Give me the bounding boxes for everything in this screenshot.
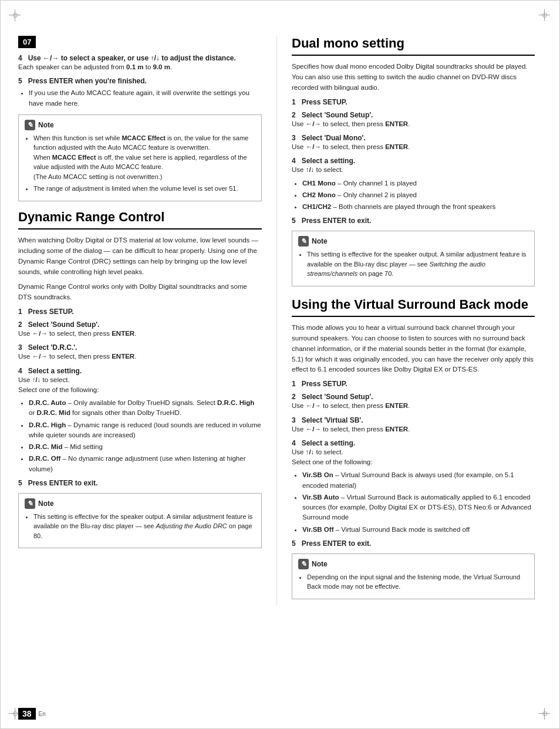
page: 07 4 Use ←/→ to select a speaker, or use… xyxy=(0,0,560,729)
drc-note-title: ✎ Note xyxy=(25,498,255,509)
dm-step-5: 5 Press ENTER to exit. xyxy=(292,217,535,225)
dm-step-2-body: Use ←/→ to select, then press ENTER. xyxy=(292,119,535,129)
drc-setting-off: D.R.C. Off – No dynamic range adjustment… xyxy=(29,454,262,474)
step-5-label: 5 Press ENTER when you're finished. xyxy=(18,77,262,85)
note-item-1-1: When this function is set while MCACC Ef… xyxy=(33,133,255,182)
drc-setting-mid: D.R.C. Mid – Mid setting xyxy=(29,442,262,452)
drc-intro: When watching Dolby Digital or DTS mater… xyxy=(18,235,262,277)
vsb-intro: This mode allows you to hear a virtual s… xyxy=(292,323,535,375)
note-title-1: ✎ Note xyxy=(25,120,255,130)
vsb-note-list: Depending on the input signal and the li… xyxy=(298,572,528,592)
vsb-step-5-label: 5 Press ENTER to exit. xyxy=(292,539,535,548)
dm-step-1-label: 1 Press SETUP. xyxy=(292,98,535,106)
drc-step-2-label: 2 Select 'Sound Setup'. xyxy=(18,320,262,329)
drc-step-2: 2 Select 'Sound Setup'. Use ←/→ to selec… xyxy=(18,320,262,339)
crosshair-tr xyxy=(536,6,554,24)
note-item-1-2: The range of adjustment is limited when … xyxy=(33,184,255,194)
vsb-note-label: Note xyxy=(312,559,328,569)
drc-intro2: Dynamic Range Control works only with Do… xyxy=(18,282,262,303)
dual-mono-heading: Dual mono setting xyxy=(292,36,535,56)
dm-step-4: 4 Select a setting. Use ↑/↓ to select. C… xyxy=(292,157,535,212)
dm-note-item-1: This setting is effective for the speake… xyxy=(307,249,528,279)
step-5-body: If you use the Auto MCACC feature again,… xyxy=(18,88,262,109)
dm-step-4-label: 4 Select a setting. xyxy=(292,157,535,165)
dm-setting-ch1ch2: CH1/CH2 – Both channels are played throu… xyxy=(302,202,535,212)
drc-step-3: 3 Select 'D.R.C.'. Use ←/→ to select, th… xyxy=(18,343,262,362)
page-number: 38 xyxy=(18,708,36,720)
step-4-label: 4 Use ←/→ to select a speaker, or use ↑/… xyxy=(18,54,262,62)
dm-note-icon: ✎ xyxy=(298,236,309,247)
drc-note-box: ✎ Note This setting is effective for the… xyxy=(18,493,262,549)
dm-step-3: 3 Select 'Dual Mono'. Use ←/→ to select,… xyxy=(292,134,535,152)
drc-heading: Dynamic Range Control xyxy=(18,210,262,230)
vsb-step-1: 1 Press SETUP. xyxy=(292,380,535,388)
note-label-1: Note xyxy=(38,120,54,130)
crosshair-br xyxy=(536,705,554,723)
vsb-setting-auto: Vir.SB Auto – Virtual Surround Back is a… xyxy=(302,492,535,523)
vsb-note-box: ✎ Note Depending on the input signal and… xyxy=(292,554,535,599)
drc-step-3-label: 3 Select 'D.R.C.'. xyxy=(18,343,262,352)
drc-step-2-body: Use ←/→ to select, then press ENTER. xyxy=(18,329,262,339)
left-column: 07 4 Use ←/→ to select a speaker, or use… xyxy=(18,36,276,605)
vsb-step-4-extra: Select one of the following: xyxy=(292,457,535,467)
drc-step-5-label: 5 Press ENTER to exit. xyxy=(18,479,262,487)
note-list-1: When this function is set while MCACC Ef… xyxy=(25,133,255,194)
drc-note-label: Note xyxy=(38,498,54,509)
drc-step-5: 5 Press ENTER to exit. xyxy=(18,479,262,487)
dm-settings-list: CH1 Mono – Only channel 1 is played CH2 … xyxy=(292,178,535,212)
dm-step-2-label: 2 Select 'Sound Setup'. xyxy=(292,111,535,119)
dm-note-list: This setting is effective for the speake… xyxy=(298,249,528,279)
dm-step-5-label: 5 Press ENTER to exit. xyxy=(292,217,535,225)
drc-step-4-body: Use ↑/↓ to select. xyxy=(18,375,262,385)
vsb-heading: Using the Virtual Surround Back mode xyxy=(292,297,535,317)
dm-note-label: Note xyxy=(312,236,328,247)
vsb-step-2: 2 Select 'Sound Setup'. Use ←/→ to selec… xyxy=(292,393,535,411)
vsb-step-3-label: 3 Select 'Virtual SB'. xyxy=(292,416,535,424)
drc-settings-list: D.R.C. Auto – Only available for Dolby T… xyxy=(18,398,262,474)
page-lang: En xyxy=(39,711,46,717)
drc-step-1: 1 Press SETUP. xyxy=(18,308,262,316)
step-5: 5 Press ENTER when you're finished. If y… xyxy=(18,77,262,109)
dm-step-2: 2 Select 'Sound Setup'. Use ←/→ to selec… xyxy=(292,111,535,129)
note-box-1: ✎ Note When this function is set while M… xyxy=(18,114,262,201)
drc-note-icon: ✎ xyxy=(25,498,35,509)
vsb-step-1-label: 1 Press SETUP. xyxy=(292,380,535,388)
vsb-step-3: 3 Select 'Virtual SB'. Use ←/→ to select… xyxy=(292,416,535,434)
drc-setting-high: D.R.C. High – Dynamic range is reduced (… xyxy=(29,420,262,441)
vsb-note-item-1: Depending on the input signal and the li… xyxy=(307,572,528,592)
chapter-marker: 07 xyxy=(18,36,36,48)
crosshair-tl xyxy=(6,6,24,24)
vsb-step-2-body: Use ←/→ to select, then press ENTER. xyxy=(292,401,535,411)
dm-setting-ch2: CH2 Mono – Only channel 2 is played xyxy=(302,190,535,200)
step-4: 4 Use ←/→ to select a speaker, or use ↑/… xyxy=(18,54,262,72)
vsb-note-title: ✎ Note xyxy=(298,559,528,569)
dm-step-3-label: 3 Select 'Dual Mono'. xyxy=(292,134,535,142)
drc-step-3-body: Use ←/→ to select, then press ENTER. xyxy=(18,352,262,362)
drc-step-1-label: 1 Press SETUP. xyxy=(18,308,262,316)
vsb-settings-list: Vir.SB On – Virtual Surround Back is alw… xyxy=(292,470,535,535)
drc-note-list: This setting is effective for the speake… xyxy=(25,512,255,541)
right-column: Dual mono setting Specifies how dual mon… xyxy=(276,36,535,605)
vsb-step-3-body: Use ←/→ to select, then press ENTER. xyxy=(292,424,535,434)
drc-step-4-label: 4 Select a setting. xyxy=(18,367,262,375)
dm-note-title: ✎ Note xyxy=(298,236,528,247)
dm-setting-ch1: CH1 Mono – Only channel 1 is played xyxy=(302,178,535,188)
dm-step-1: 1 Press SETUP. xyxy=(292,98,535,106)
drc-note-item-1: This setting is effective for the speake… xyxy=(33,512,255,541)
dm-step-4-body: Use ↑/↓ to select. xyxy=(292,165,535,175)
page-footer: 38 En xyxy=(18,708,46,720)
step-4-body: Each speaker can be adjusted from 0.1 m … xyxy=(18,62,262,72)
drc-setting-auto: D.R.C. Auto – Only available for Dolby T… xyxy=(29,398,262,419)
dual-mono-intro: Specifies how dual mono encoded Dolby Di… xyxy=(292,62,535,93)
drc-step-4-extra: Select one of the following: xyxy=(18,385,262,395)
vsb-step-4-body: Use ↑/↓ to select. xyxy=(292,447,535,457)
dm-step-3-body: Use ←/→ to select, then press ENTER. xyxy=(292,142,535,152)
dm-note-box: ✎ Note This setting is effective for the… xyxy=(292,231,535,286)
vsb-step-5: 5 Press ENTER to exit. xyxy=(292,539,535,548)
vsb-setting-on: Vir.SB On – Virtual Surround Back is alw… xyxy=(302,470,535,491)
note-icon-1: ✎ xyxy=(25,120,35,130)
vsb-step-4-label: 4 Select a setting. xyxy=(292,439,535,447)
drc-step-4: 4 Select a setting. Use ↑/↓ to select. S… xyxy=(18,367,262,474)
vsb-note-icon: ✎ xyxy=(298,559,309,569)
vsb-step-4: 4 Select a setting. Use ↑/↓ to select. S… xyxy=(292,439,535,535)
